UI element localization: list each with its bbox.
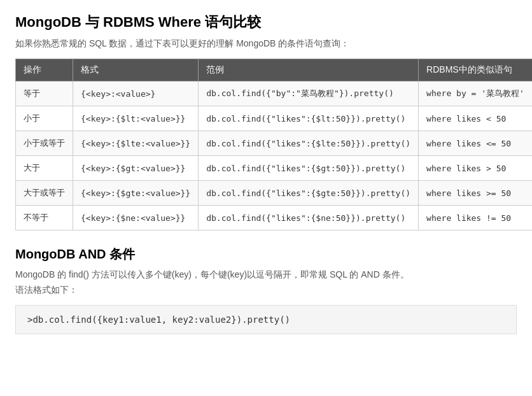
col-header-rdbms: RDBMS中的类似语句 <box>419 59 532 81</box>
and-section-title: MongoDB AND 条件 <box>15 246 517 263</box>
cell-fmt: {<key>:{$ne:<value>}} <box>73 206 199 230</box>
cell-example: db.col.find({"likes":{$gte:50}}).pretty(… <box>199 181 419 206</box>
cell-example: db.col.find({"likes":{$lte:50}}).pretty(… <box>199 131 419 156</box>
cell-op: 小于或等于 <box>16 131 73 156</box>
comparison-table: 操作 格式 范例 RDBMS中的类似语句 等于{<key>:<value>}db… <box>15 59 532 230</box>
table-row: 小于或等于{<key>:{$lte:<value>}}db.col.find({… <box>16 131 533 156</box>
cell-fmt: {<key>:{$gt:<value>}} <box>73 156 199 181</box>
cell-example: db.col.find({"likes":{$lt:50}}).pretty() <box>199 106 419 131</box>
intro-text: 如果你熟悉常规的 SQL 数据，通过下表可以更好的理解 MongoDB 的条件语… <box>15 38 517 50</box>
cell-rdbms: where likes <= 50 <box>419 131 532 156</box>
cell-op: 等于 <box>16 81 73 106</box>
cell-rdbms: where likes != 50 <box>419 206 532 230</box>
cell-rdbms: where by = '菜鸟教程' <box>419 81 532 106</box>
cell-rdbms: where likes > 50 <box>419 156 532 181</box>
table-row: 大于{<key>:{$gt:<value>}}db.col.find({"lik… <box>16 156 533 181</box>
table-row: 大于或等于{<key>:{$gte:<value>}}db.col.find({… <box>16 181 533 206</box>
cell-op: 大于 <box>16 156 73 181</box>
cell-example: db.col.find({"by":"菜鸟教程"}).pretty() <box>199 81 419 106</box>
cell-rdbms: where likes >= 50 <box>419 181 532 206</box>
cell-fmt: {<key>:{$gte:<value>}} <box>73 181 199 206</box>
page-title: MongoDB 与 RDBMS Where 语句比较 <box>15 13 517 32</box>
cell-example: db.col.find({"likes":{$ne:50}}).pretty() <box>199 206 419 230</box>
cell-rdbms: where likes < 50 <box>419 106 532 131</box>
cell-fmt: {<key>:<value>} <box>73 81 199 106</box>
table-row: 等于{<key>:<value>}db.col.find({"by":"菜鸟教程… <box>16 81 533 106</box>
cell-op: 小于 <box>16 106 73 131</box>
cell-op: 大于或等于 <box>16 181 73 206</box>
cell-op: 不等于 <box>16 206 73 230</box>
col-header-example: 范例 <box>199 59 419 81</box>
and-intro-1: MongoDB 的 find() 方法可以传入多个键(key)，每个键(key)… <box>15 269 517 281</box>
table-row: 小于{<key>:{$lt:<value>}}db.col.find({"lik… <box>16 106 533 131</box>
and-code: >db.col.find({key1:value1, key2:value2})… <box>27 315 290 325</box>
cell-fmt: {<key>:{$lt:<value>}} <box>73 106 199 131</box>
and-code-box: >db.col.find({key1:value1, key2:value2})… <box>15 305 517 334</box>
cell-fmt: {<key>:{$lte:<value>}} <box>73 131 199 156</box>
cell-example: db.col.find({"likes":{$gt:50}}).pretty() <box>199 156 419 181</box>
table-row: 不等于{<key>:{$ne:<value>}}db.col.find({"li… <box>16 206 533 230</box>
col-header-op: 操作 <box>16 59 73 81</box>
col-header-fmt: 格式 <box>73 59 199 81</box>
and-intro-2: 语法格式如下： <box>15 285 517 296</box>
